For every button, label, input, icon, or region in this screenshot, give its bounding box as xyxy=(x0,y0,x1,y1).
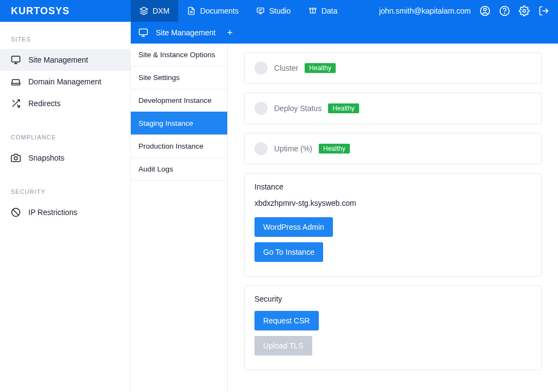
subnav-audit-logs[interactable]: Audit Logs xyxy=(131,157,227,181)
layers-icon xyxy=(140,7,148,15)
block-icon xyxy=(11,207,21,217)
wordpress-admin-button[interactable]: WordPress Admin xyxy=(254,217,333,237)
status-card-deploy: Deploy Status Healthy xyxy=(244,93,542,124)
sub-bar-title: Site Management xyxy=(156,28,216,37)
sidebar-item-site-management[interactable]: Site Management xyxy=(0,49,130,71)
user-email: john.smith@kapitalam.com xyxy=(379,7,471,15)
nav-documents[interactable]: Documents xyxy=(178,0,247,22)
svg-line-31 xyxy=(13,210,19,216)
user-icon[interactable] xyxy=(480,5,490,16)
subnav-site-instance-options[interactable]: Site & Instance Options xyxy=(131,43,227,66)
nav-label: Documents xyxy=(200,7,239,15)
nav-label: DXM xyxy=(153,7,169,15)
status-indicator xyxy=(254,142,268,155)
document-icon xyxy=(187,7,196,15)
status-label: Uptime (%) xyxy=(274,144,312,153)
security-card: Security Request CSR Upload TLS xyxy=(244,285,542,370)
status-badge: Healthy xyxy=(319,144,350,154)
nav-dxm[interactable]: DXM xyxy=(131,0,178,22)
subnav-site-settings[interactable]: Site Settings xyxy=(131,66,227,89)
subnav-development-instance[interactable]: Development Instance xyxy=(131,89,227,112)
presentation-icon xyxy=(256,7,265,15)
svg-point-7 xyxy=(312,8,313,10)
help-icon[interactable] xyxy=(499,5,510,16)
request-csr-button[interactable]: Request CSR xyxy=(254,311,319,330)
svg-point-6 xyxy=(310,8,311,10)
subnav-staging-instance[interactable]: Staging Instance xyxy=(131,112,227,135)
section-heading-sites: SITES xyxy=(0,32,130,49)
svg-marker-0 xyxy=(140,7,147,11)
security-heading: Security xyxy=(254,295,531,303)
sidebar-item-label: IP Restrictions xyxy=(28,208,77,217)
svg-point-29 xyxy=(14,157,17,160)
status-card-cluster: Cluster Healthy xyxy=(244,52,542,84)
secondary-sidebar: Site & Instance Options Site Settings De… xyxy=(131,22,228,392)
status-label: Deploy Status xyxy=(274,104,322,113)
sidebar-item-redirects[interactable]: Redirects xyxy=(0,93,130,114)
monitor-icon xyxy=(11,55,21,65)
instance-url: xbdxzhpmrv-stg.ksysweb.com xyxy=(254,199,531,207)
svg-point-16 xyxy=(505,13,505,14)
section-heading-compliance: COMPLIANCE xyxy=(0,130,130,147)
nav-label: Studio xyxy=(269,7,291,15)
sidebar-item-label: Site Management xyxy=(28,56,88,64)
status-badge: Healthy xyxy=(305,63,336,73)
logout-icon[interactable] xyxy=(538,5,549,16)
instance-card: Instance xbdxzhpmrv-stg.ksysweb.com Word… xyxy=(244,173,542,277)
top-nav: DXM Documents Studio Data xyxy=(131,0,346,22)
top-right: john.smith@kapitalam.com xyxy=(379,5,558,16)
status-indicator xyxy=(254,102,268,115)
svg-rect-22 xyxy=(12,56,20,62)
add-tab-button[interactable]: + xyxy=(223,26,236,39)
top-bar: KURTOSYS DXM Documents Studio Data xyxy=(0,0,558,22)
upload-tls-button[interactable]: Upload TLS xyxy=(254,336,312,356)
nav-label: Data xyxy=(322,7,338,15)
svg-rect-19 xyxy=(140,29,148,35)
status-badge: Healthy xyxy=(328,103,359,113)
drive-icon xyxy=(11,77,21,87)
go-to-instance-button[interactable]: Go To Instance xyxy=(254,242,323,262)
status-card-uptime: Uptime (%) Healthy xyxy=(244,133,542,164)
instance-heading: Instance xyxy=(254,182,531,191)
sidebar-item-label: Redirects xyxy=(28,99,60,108)
shuffle-icon xyxy=(11,99,21,108)
sidebar-item-ip-restrictions[interactable]: IP Restrictions xyxy=(0,201,130,223)
nav-data[interactable]: Data xyxy=(300,0,347,22)
svg-point-14 xyxy=(484,8,487,11)
sidebar-item-snapshots[interactable]: Snapshots xyxy=(0,147,130,169)
settings-icon[interactable] xyxy=(519,5,530,16)
data-icon xyxy=(308,7,317,15)
monitor-icon xyxy=(138,28,148,38)
sidebar-item-label: Domain Management xyxy=(28,77,101,86)
subnav-production-instance[interactable]: Production Instance xyxy=(131,134,227,158)
status-label: Cluster xyxy=(274,64,298,72)
brand-logo: KURTOSYS xyxy=(0,0,131,22)
section-heading-security: SECURITY xyxy=(0,184,130,201)
primary-sidebar: SITES Site Management Domain Management … xyxy=(0,22,131,392)
sub-bar: Site Management + xyxy=(131,22,558,44)
sidebar-item-domain-management[interactable]: Domain Management xyxy=(0,71,130,93)
svg-line-28 xyxy=(13,100,15,102)
sidebar-item-label: Snapshots xyxy=(28,154,64,162)
camera-icon xyxy=(11,153,21,163)
status-indicator xyxy=(254,62,268,75)
nav-studio[interactable]: Studio xyxy=(247,0,300,22)
svg-point-8 xyxy=(314,8,316,10)
main-content: Cluster Healthy Deploy Status Healthy Up… xyxy=(228,22,558,392)
svg-point-17 xyxy=(523,10,526,13)
